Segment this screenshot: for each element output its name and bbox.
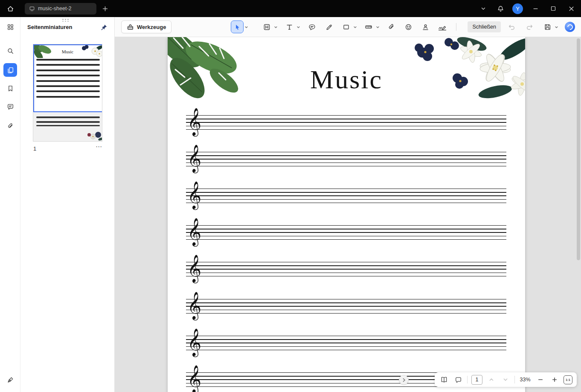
chevron-down-icon (376, 25, 380, 29)
text-tool[interactable] (283, 21, 295, 33)
sidebar-item-apps[interactable] (3, 20, 17, 34)
panel-title: Seitenminiaturen (27, 24, 72, 30)
document-tab-icon (29, 6, 35, 12)
sidebar-item-search[interactable] (3, 44, 17, 58)
sidebar-item-comments[interactable] (3, 100, 17, 113)
pdf-page: Music 𝄞 𝄞 𝄞 𝄞 𝄞 𝄞 𝄞 𝄞 𝄞 𝄞 𝄞 (168, 37, 525, 392)
close-tools-button[interactable]: Schließen (468, 21, 501, 32)
home-button[interactable] (3, 2, 17, 15)
shapes-tool[interactable] (340, 21, 352, 33)
redo-button[interactable] (523, 21, 535, 33)
save-dropdown[interactable] (554, 25, 559, 29)
vertical-scrollbar[interactable] (577, 38, 581, 391)
minimize-button[interactable] (528, 2, 543, 15)
status-bar: 33% 1:1 (435, 372, 577, 387)
chevron-down-icon (244, 25, 248, 29)
ruler-icon (365, 23, 372, 31)
page-number-input[interactable] (471, 375, 482, 385)
music-staff: 𝄞 (186, 225, 506, 240)
plus-icon (552, 377, 557, 382)
scrollbar-thumb[interactable] (577, 38, 580, 260)
ai-assistant-button[interactable] (565, 22, 575, 32)
sidebar-item-attachments[interactable] (3, 119, 17, 133)
chat-bubble-icon (455, 376, 462, 383)
zoom-out-button[interactable] (535, 375, 546, 385)
pin-panel-button[interactable] (99, 22, 110, 33)
titlebar: music-sheet-2 Y (0, 0, 581, 17)
cursor-icon (234, 24, 241, 30)
sidebar-item-ink-pen[interactable] (3, 373, 17, 386)
stamp-signature-tool[interactable] (419, 21, 431, 33)
user-avatar[interactable]: Y (512, 3, 523, 14)
sticker-tool[interactable] (402, 21, 414, 33)
new-tab-button[interactable] (99, 3, 111, 15)
treble-clef-icon: 𝄞 (187, 110, 201, 134)
search-icon (7, 47, 14, 55)
titlebar-collapse-button[interactable] (476, 2, 490, 15)
treble-clef-icon: 𝄞 (187, 146, 201, 170)
chevron-down-icon (503, 377, 508, 382)
close-tools-label: Schließen (472, 24, 496, 30)
comments-toggle-button[interactable] (453, 375, 463, 385)
undo-button[interactable] (505, 21, 517, 33)
comment-tool[interactable] (306, 21, 318, 33)
home-icon (7, 5, 14, 12)
chevron-down-icon (481, 6, 486, 11)
treble-clef-icon: 𝄞 (187, 220, 201, 244)
treble-clef-icon: 𝄞 (187, 183, 201, 207)
maximize-icon (551, 6, 556, 11)
sidebar-item-thumbnails[interactable] (3, 63, 17, 77)
fill-sign-tool[interactable] (436, 21, 448, 33)
previous-page-button[interactable] (486, 375, 497, 385)
toolbar-separator (456, 23, 456, 31)
shapes-tool-dropdown[interactable] (352, 25, 357, 29)
panel-drag-handle[interactable] (62, 19, 69, 22)
page-thumbnail[interactable]: Music (33, 44, 102, 142)
zoom-in-button[interactable] (549, 375, 560, 385)
book-icon (440, 376, 448, 383)
thumbnail-out-of-view-overlay (33, 112, 102, 141)
pages-icon (7, 67, 14, 74)
text-icon (286, 23, 293, 31)
redo-icon (526, 23, 533, 31)
music-staff: 𝄞 (186, 262, 506, 276)
highlight-pen-tool[interactable] (323, 21, 335, 33)
heading-tool-dropdown[interactable] (273, 25, 278, 29)
pen-icon (325, 23, 333, 31)
chevron-down-icon (555, 25, 558, 29)
paperclip-icon (7, 122, 14, 130)
measure-tool[interactable] (363, 21, 375, 33)
maximize-button[interactable] (546, 2, 561, 15)
save-button[interactable] (541, 21, 553, 33)
document-area[interactable]: Music 𝄞 𝄞 𝄞 𝄞 𝄞 𝄞 𝄞 𝄞 𝄞 𝄞 𝄞 (115, 37, 581, 392)
tab-title: music-sheet-2 (38, 6, 72, 12)
music-staff: 𝄞 (186, 152, 506, 166)
read-mode-button[interactable] (439, 375, 449, 385)
rectangle-icon (343, 23, 350, 31)
person-signature-icon (422, 23, 429, 31)
text-tool-dropdown[interactable] (296, 25, 301, 29)
statusbar-expand-button[interactable] (399, 375, 409, 385)
notifications-button[interactable] (494, 2, 507, 15)
treble-clef-icon: 𝄞 (187, 330, 201, 354)
grid-icon (7, 23, 14, 31)
tools-button[interactable]: Werkzeuge (121, 20, 171, 33)
measure-tool-dropdown[interactable] (375, 25, 380, 29)
undo-icon (508, 23, 515, 31)
plus-icon (102, 6, 108, 12)
thumbnail-viewport-rect[interactable] (33, 44, 102, 112)
thumbnail-page-number: 1 (33, 145, 36, 152)
document-tab[interactable]: music-sheet-2 (25, 3, 96, 15)
minus-icon (538, 377, 543, 382)
attachment-tool[interactable] (385, 21, 397, 33)
actual-size-button[interactable]: 1:1 (564, 375, 572, 384)
thumbnail-more-button[interactable]: ⋯ (96, 143, 102, 151)
tools-button-label: Werkzeuge (137, 24, 166, 30)
select-tool-dropdown[interactable] (244, 25, 249, 29)
close-button[interactable] (564, 2, 578, 15)
heading-tool[interactable] (261, 21, 273, 33)
next-page-button[interactable] (500, 375, 511, 385)
zoom-level[interactable]: 33% (519, 377, 532, 383)
sidebar-item-bookmarks[interactable] (3, 81, 17, 95)
select-tool[interactable] (231, 21, 243, 33)
